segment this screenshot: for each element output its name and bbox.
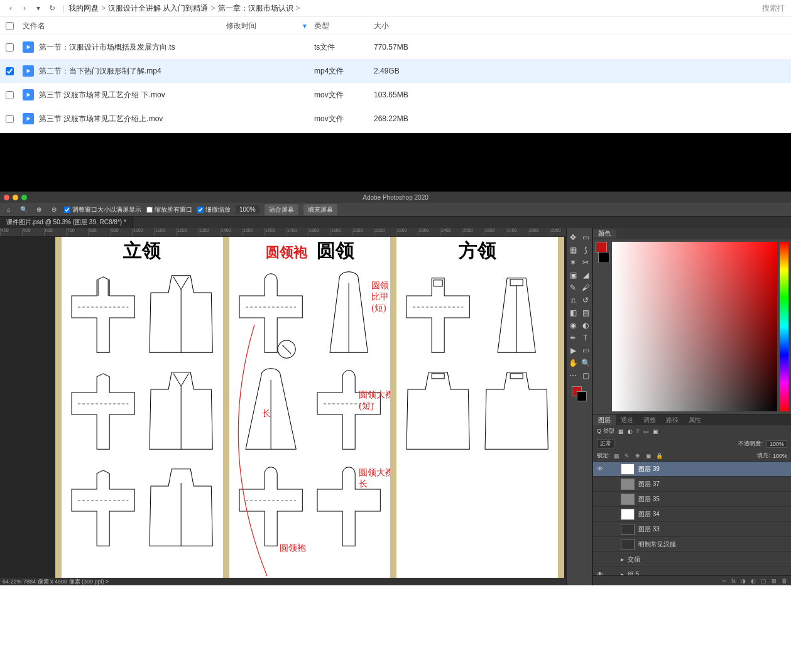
eyedrop-tool-icon[interactable]: ◢ [580,269,591,281]
lock-pixel-icon[interactable]: ✎ [623,452,631,460]
row-checkbox[interactable] [6,115,14,123]
document-tab[interactable]: 课件图片.psd @ 50.3% (图层 39, RC8/8*) * [0,217,133,228]
table-row[interactable]: 第三节 汉服市场常见工艺介绍 下.movmov文件103.65MB [0,83,791,107]
shape-tool-icon[interactable]: ▭ [580,345,591,356]
group-icon[interactable]: ▢ [761,578,766,584]
close-button[interactable] [4,195,9,200]
adj-layer-icon[interactable]: ◐ [751,578,756,584]
zoom-tool-icon[interactable]: 🔍 [19,206,29,213]
fx-icon[interactable]: fx [731,578,736,584]
tab-color[interactable]: 颜色 [593,229,616,238]
tab-props[interactable]: 属性 [684,415,706,425]
kind-label[interactable]: Q 类型 [597,427,614,435]
table-row[interactable]: 第三节 汉服市场常见工艺介绍上.movmov文件268.22MB [0,107,791,131]
layer-row[interactable]: 明制常见汉服 [593,537,791,552]
wand-tool-icon[interactable]: ✶ [567,257,579,268]
screen-mode-icon[interactable]: ▢ [580,370,591,381]
new-layer-icon[interactable]: ⊞ [772,578,777,584]
frame-tool-icon[interactable]: ▣ [567,269,579,281]
marquee-tool-icon[interactable]: ▦ [567,244,579,256]
fit-screen-button[interactable]: 适合屏幕 [265,204,298,215]
table-row[interactable]: 第一节：汉服设计市场概括及发展方向.tsts文件770.57MB [0,35,791,59]
zoom-in-icon[interactable]: ⊕ [34,206,44,213]
chevron-right-icon[interactable]: ▸ [621,556,624,563]
minimize-button[interactable] [13,195,18,200]
layer-row[interactable]: 图层 34 [593,507,791,522]
nav-dropdown-button[interactable]: ▾ [31,1,45,15]
fg-bg-swatch[interactable] [572,386,587,401]
zoom-percent[interactable]: 100% [236,205,259,214]
hand-tool-icon[interactable]: ✋ [567,357,579,369]
nav-forward-button[interactable]: › [18,1,31,15]
tab-layers[interactable]: 图层 [593,415,616,425]
zoom-tool-icon[interactable]: 🔍 [580,357,591,369]
lock-pos-icon[interactable]: ✥ [634,452,642,460]
layer-row[interactable]: 👁▸组 5 [593,567,791,575]
row-checkbox[interactable] [6,91,14,99]
edit-toolbar-icon[interactable]: ⋯ [567,370,579,381]
col-name-header[interactable]: 文件名 [19,21,226,31]
layer-row[interactable]: 图层 33 [593,522,791,537]
row-checkbox[interactable] [6,67,14,75]
background-swatch[interactable] [598,252,609,263]
col-size-header[interactable]: 大小 [374,21,424,31]
opt-resize-windows[interactable]: 调整窗口大小以满屏显示 [64,205,141,214]
filter-type-icon[interactable]: T [636,428,640,435]
blend-mode-select[interactable]: 正常 [597,439,614,448]
filter-adj-icon[interactable]: ◐ [628,428,633,435]
link-layers-icon[interactable]: ∞ [723,578,726,584]
visibility-toggle[interactable]: 👁 [597,465,604,472]
fill-screen-button[interactable]: 填充屏幕 [303,204,337,215]
blur-tool-icon[interactable]: ◉ [567,320,579,331]
tab-paths[interactable]: 路径 [661,415,684,425]
filter-smart-icon[interactable]: ▣ [653,428,658,435]
visibility-toggle[interactable]: 👁 [597,571,604,575]
select-all-checkbox[interactable] [6,22,14,30]
breadcrumb-1[interactable]: 汉服设计全讲解 从入门到精通 [108,3,208,14]
layer-row[interactable]: 图层 35 [593,492,791,507]
hue-slider[interactable] [780,242,788,411]
filter-pixel-icon[interactable]: ▦ [618,428,624,435]
pen-tool-icon[interactable]: ✒ [567,332,579,344]
heal-tool-icon[interactable]: ✎ [567,282,579,293]
table-row[interactable]: 第二节：当下热门汉服形制了解.mp4mp4文件2.49GB [0,59,791,83]
layer-row[interactable]: ▸交领 [593,552,791,567]
maximize-button[interactable] [21,195,27,200]
brush-tool-icon[interactable]: 🖌 [580,282,591,293]
lasso-tool-icon[interactable]: ⟆ [580,244,591,256]
zoom-out-icon[interactable]: ⊖ [49,206,59,213]
color-field[interactable] [612,242,777,411]
opacity-value[interactable]: 100% [766,440,787,448]
filter-shape-icon[interactable]: ▭ [643,428,649,435]
mask-icon[interactable]: ◑ [741,578,746,584]
layer-row[interactable]: 👁图层 39 [593,462,791,477]
lock-trans-icon[interactable]: ▦ [613,452,621,460]
dodge-tool-icon[interactable]: ◐ [580,320,591,331]
tab-channels[interactable]: 通道 [616,415,638,425]
lock-all-icon[interactable]: 🔒 [655,452,663,460]
breadcrumb-2[interactable]: 第一章：汉服市场认识 [218,3,293,14]
move-tool-icon[interactable]: ✥ [567,232,579,243]
trash-icon[interactable]: 🗑 [782,578,787,584]
col-type-header[interactable]: 类型 [314,21,374,31]
history-brush-icon[interactable]: ↺ [580,295,591,306]
eraser-tool-icon[interactable]: ◧ [567,307,579,318]
fill-value[interactable]: 100% [773,453,787,459]
path-tool-icon[interactable]: ▶ [567,345,579,356]
swatch-fg-bg[interactable] [596,242,609,411]
type-tool-icon[interactable]: T [580,332,591,344]
lock-nest-icon[interactable]: ▣ [645,452,653,460]
col-time-header[interactable]: 修改时间▼ [226,21,314,31]
nav-refresh-button[interactable]: ↻ [45,1,59,15]
artboard-tool-icon[interactable]: ▭ [580,232,591,243]
chevron-right-icon[interactable]: ▸ [621,571,624,575]
crop-tool-icon[interactable]: ✂ [580,257,591,268]
layer-row[interactable]: 图层 37 [593,477,791,492]
search-input[interactable]: 搜索打 [762,3,787,14]
breadcrumb-root[interactable]: 我的网盘 [68,3,99,14]
canvas-area[interactable]: 立领 圆领袍 圆领 [0,237,566,578]
nav-back-button[interactable]: ‹ [4,1,18,15]
home-icon[interactable]: ⌂ [4,206,14,213]
stamp-tool-icon[interactable]: ⎌ [567,295,579,306]
row-checkbox[interactable] [6,43,14,51]
